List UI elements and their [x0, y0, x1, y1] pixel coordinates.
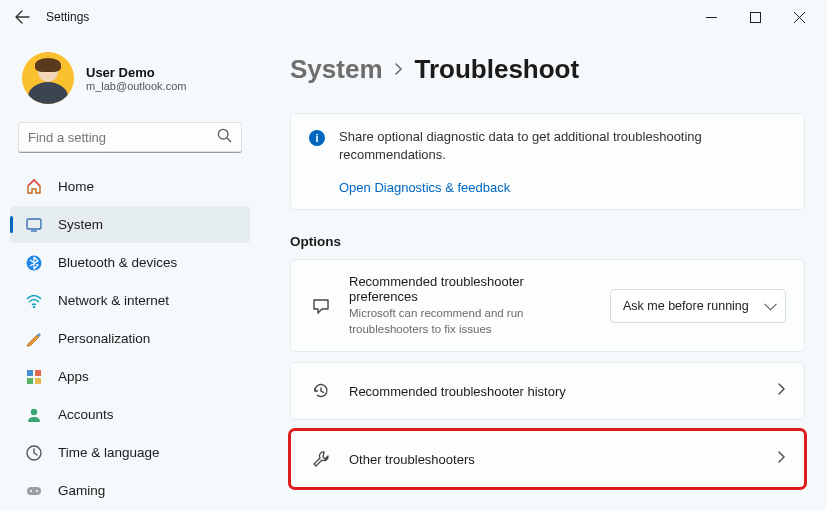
sidebar-item-label: Accounts [58, 407, 114, 422]
history-icon [309, 381, 333, 401]
sidebar-item-bluetooth[interactable]: Bluetooth & devices [10, 244, 250, 281]
sidebar-item-accounts[interactable]: Accounts [10, 396, 250, 433]
main-panel: System Troubleshoot i Share optional dia… [260, 34, 827, 510]
maximize-icon [750, 12, 761, 23]
info-text: Share optional diagnostic data to get ad… [339, 128, 786, 164]
nav-list: Home System Bluetooth & devices Network … [0, 167, 260, 510]
personalization-icon [24, 329, 44, 349]
svg-line-3 [227, 138, 231, 142]
avatar [22, 52, 74, 104]
history-card[interactable]: Recommended troubleshooter history [290, 362, 805, 420]
chevron-right-icon [393, 61, 405, 79]
sidebar-item-label: Gaming [58, 483, 105, 498]
svg-rect-14 [27, 487, 41, 495]
sidebar-item-label: Home [58, 179, 94, 194]
sidebar-item-home[interactable]: Home [10, 168, 250, 205]
home-icon [24, 177, 44, 197]
svg-rect-10 [27, 378, 33, 384]
close-icon [794, 12, 805, 23]
network-icon [24, 291, 44, 311]
breadcrumb-parent[interactable]: System [290, 54, 383, 85]
minimize-button[interactable] [689, 2, 733, 32]
profile-name: User Demo [86, 65, 186, 80]
pref-dropdown[interactable]: Ask me before running [610, 289, 786, 323]
close-button[interactable] [777, 2, 821, 32]
gaming-icon [24, 481, 44, 501]
history-title: Recommended troubleshooter history [349, 384, 760, 399]
sidebar-item-gaming[interactable]: Gaming [10, 472, 250, 509]
profile-email: m_lab@outlook.com [86, 80, 186, 92]
clock-icon [24, 443, 44, 463]
bluetooth-icon [24, 253, 44, 273]
svg-point-2 [218, 129, 228, 139]
minimize-icon [706, 12, 717, 23]
svg-rect-1 [750, 12, 760, 22]
options-heading: Options [290, 234, 805, 249]
breadcrumb: System Troubleshoot [290, 54, 805, 85]
search-box[interactable] [18, 122, 242, 153]
svg-rect-8 [27, 370, 33, 376]
search-icon [217, 128, 232, 147]
breadcrumb-current: Troubleshoot [415, 54, 580, 85]
dropdown-value: Ask me before running [623, 299, 749, 313]
arrow-left-icon [14, 9, 30, 25]
other-title: Other troubleshooters [349, 452, 760, 467]
back-button[interactable] [6, 1, 38, 33]
titlebar: Settings [0, 0, 827, 34]
profile-block[interactable]: User Demo m_lab@outlook.com [0, 46, 260, 122]
info-icon: i [309, 130, 325, 146]
chevron-right-icon [776, 450, 786, 468]
svg-point-7 [33, 305, 35, 307]
svg-rect-11 [35, 378, 41, 384]
sidebar-item-label: Bluetooth & devices [58, 255, 177, 270]
sidebar-item-personalization[interactable]: Personalization [10, 320, 250, 357]
search-input[interactable] [28, 130, 217, 145]
sidebar-item-label: Time & language [58, 445, 160, 460]
maximize-button[interactable] [733, 2, 777, 32]
pref-subtitle: Microsoft can recommend and run troubles… [349, 306, 594, 337]
options-pref-card: Recommended troubleshooter preferences M… [290, 259, 805, 352]
sidebar-item-network[interactable]: Network & internet [10, 282, 250, 319]
chevron-right-icon [776, 382, 786, 400]
svg-rect-9 [35, 370, 41, 376]
open-diagnostics-link[interactable]: Open Diagnostics & feedback [339, 180, 786, 195]
svg-point-15 [30, 490, 32, 492]
svg-point-12 [31, 408, 37, 414]
sidebar-item-label: Apps [58, 369, 89, 384]
sidebar-item-label: Personalization [58, 331, 150, 346]
pref-title: Recommended troubleshooter preferences [349, 274, 594, 304]
wrench-icon [309, 449, 333, 469]
sidebar-item-label: System [58, 217, 103, 232]
chat-icon [309, 296, 333, 316]
window-controls [689, 2, 821, 32]
sidebar-item-label: Network & internet [58, 293, 169, 308]
accounts-icon [24, 405, 44, 425]
sidebar: User Demo m_lab@outlook.com Home System … [0, 34, 260, 510]
other-troubleshooters-card[interactable]: Other troubleshooters [290, 430, 805, 488]
apps-icon [24, 367, 44, 387]
svg-point-16 [36, 490, 38, 492]
sidebar-item-apps[interactable]: Apps [10, 358, 250, 395]
sidebar-item-system[interactable]: System [10, 206, 250, 243]
sidebar-item-time[interactable]: Time & language [10, 434, 250, 471]
svg-rect-4 [27, 219, 41, 229]
system-icon [24, 215, 44, 235]
info-card: i Share optional diagnostic data to get … [290, 113, 805, 210]
window-title: Settings [46, 10, 89, 24]
